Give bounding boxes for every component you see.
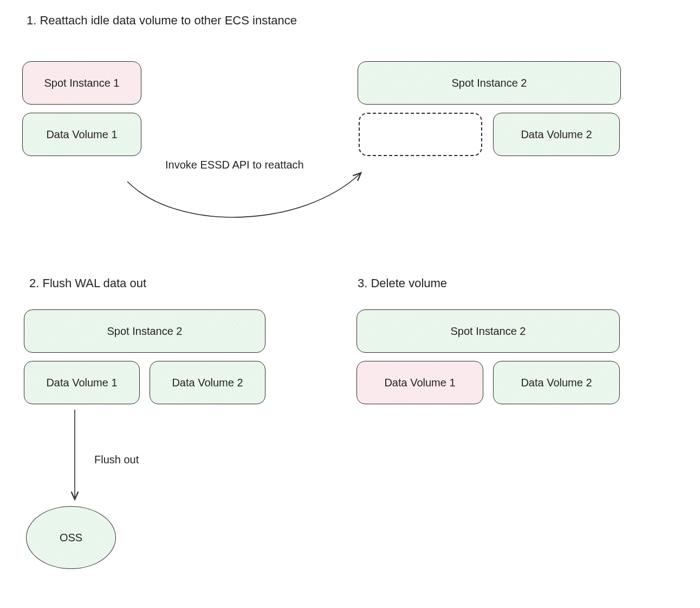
diagram-canvas: 1. Reattach idle data volume to other EC… xyxy=(0,0,700,608)
spot-instance-1-box: Spot Instance 1 xyxy=(22,61,141,105)
empty-slot-box xyxy=(359,113,482,156)
spot-instance-1-label: Spot Instance 1 xyxy=(44,77,120,89)
spot-instance-2-label-a: Spot Instance 2 xyxy=(452,77,527,89)
data-volume-1-label-b: Data Volume 1 xyxy=(46,377,117,389)
oss-label: OSS xyxy=(60,532,82,544)
data-volume-2-label-b: Data Volume 2 xyxy=(172,377,243,389)
spot-instance-2-label-b: Spot Instance 2 xyxy=(107,325,183,338)
data-volume-2-label-c: Data Volume 2 xyxy=(521,377,592,389)
section1-title: 1. Reattach idle data volume to other EC… xyxy=(27,14,297,28)
section2-title: 2. Flush WAL data out xyxy=(29,276,146,290)
data-volume-1-box-c: Data Volume 1 xyxy=(357,361,483,404)
section3-title: 3. Delete volume xyxy=(358,276,447,290)
data-volume-2-box-c: Data Volume 2 xyxy=(493,361,620,404)
spot-instance-2-box-a: Spot Instance 2 xyxy=(358,61,621,105)
spot-instance-2-box-b: Spot Instance 2 xyxy=(24,309,265,353)
reattach-arrow-label: Invoke ESSD API to reattach xyxy=(165,159,304,171)
data-volume-2-box-b: Data Volume 2 xyxy=(150,361,265,404)
spot-instance-2-label-c: Spot Instance 2 xyxy=(451,325,526,338)
spot-instance-2-box-c: Spot Instance 2 xyxy=(357,309,620,353)
flush-arrow-label: Flush out xyxy=(94,454,139,466)
reattach-arrow xyxy=(127,173,360,217)
data-volume-2-label-a: Data Volume 2 xyxy=(521,128,592,141)
data-volume-1-label-c: Data Volume 1 xyxy=(384,377,455,389)
data-volume-2-box-a: Data Volume 2 xyxy=(493,113,620,156)
oss-ellipse: OSS xyxy=(26,506,116,569)
data-volume-1-box: Data Volume 1 xyxy=(22,113,141,156)
data-volume-1-box-b: Data Volume 1 xyxy=(24,361,140,404)
data-volume-1-label: Data Volume 1 xyxy=(46,128,117,141)
